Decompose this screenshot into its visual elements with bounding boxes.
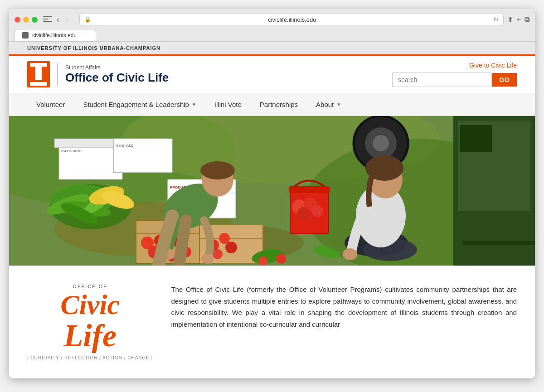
nav-item-volunteer[interactable]: Volunteer bbox=[27, 93, 74, 116]
university-name: UNIVERSITY OF ILLINOIS URBANA-CHAMPAIGN bbox=[27, 45, 160, 51]
logo-tagline: | CURIOSITY / REFLECTION / ACTION / CHAN… bbox=[27, 355, 153, 360]
give-to-civic-life-link[interactable]: Give to Civic Life bbox=[469, 62, 517, 69]
nav-item-illini-vote[interactable]: Illini Vote bbox=[205, 93, 251, 116]
svg-rect-13 bbox=[460, 125, 492, 152]
site-title: Office of Civic Life bbox=[65, 71, 169, 85]
traffic-lights bbox=[15, 17, 38, 23]
svg-point-55 bbox=[311, 205, 323, 217]
content-section: OFFICE OF Civic Life | CURIOSITY / REFLE… bbox=[9, 266, 535, 378]
svg-point-66 bbox=[343, 248, 357, 260]
svg-point-49 bbox=[213, 249, 223, 259]
main-body-text: The Office of Civic Life (formerly the O… bbox=[171, 284, 517, 330]
header-divider bbox=[57, 63, 58, 86]
svg-point-68 bbox=[258, 256, 267, 266]
website-content: UNIVERSITY OF ILLINOIS URBANA-CHAMPAIGN … bbox=[9, 42, 535, 378]
new-tab-button[interactable]: + bbox=[517, 15, 521, 24]
main-navigation: Volunteer Student Engagement & Leadershi… bbox=[9, 93, 535, 116]
svg-point-60 bbox=[201, 254, 214, 264]
minimize-button[interactable] bbox=[23, 17, 29, 23]
civic-life-logo: OFFICE OF Civic Life | CURIOSITY / REFLE… bbox=[27, 284, 153, 360]
forward-button[interactable]: › bbox=[64, 15, 70, 24]
tab-favicon bbox=[22, 32, 29, 39]
tabs-button[interactable]: ⧉ bbox=[525, 15, 529, 24]
student-affairs-label: Student Affairs bbox=[65, 64, 169, 71]
nav-item-student-engagement[interactable]: Student Engagement & Leadership ▼ bbox=[74, 93, 205, 116]
nav-item-partnerships[interactable]: Partnerships bbox=[251, 93, 307, 116]
svg-text:R-O BRAND: R-O BRAND bbox=[61, 149, 82, 153]
address-bar-container: 🔒 ↻ bbox=[79, 14, 504, 25]
chevron-down-icon: ▼ bbox=[192, 102, 196, 107]
svg-rect-3 bbox=[30, 82, 47, 86]
svg-point-69 bbox=[276, 254, 286, 264]
svg-point-47 bbox=[219, 233, 230, 244]
nav-item-about[interactable]: About ▼ bbox=[307, 93, 350, 116]
logo-civic-text: Civic bbox=[60, 289, 120, 320]
civic-life-text-logo: Civic Life bbox=[60, 289, 120, 352]
search-button[interactable]: GO bbox=[492, 73, 517, 87]
logo-office-of-label: OFFICE OF bbox=[73, 284, 107, 289]
sidebar-toggle-button[interactable] bbox=[43, 16, 52, 23]
search-input[interactable] bbox=[392, 73, 492, 87]
browser-titlebar: ‹ › 🔒 ↻ ⬆ + ⧉ bbox=[15, 14, 529, 25]
active-tab[interactable]: civiclife.illinois.edu bbox=[15, 29, 96, 41]
browser-tabs: civiclife.illinois.edu bbox=[15, 29, 529, 41]
svg-rect-2 bbox=[35, 67, 42, 80]
header-logo-area: Student Affairs Office of Civic Life bbox=[27, 61, 169, 87]
hero-image: R-O BRAND R-O BRAND PRODUCE BOX bbox=[9, 116, 535, 266]
svg-text:R-O BRAND: R-O BRAND bbox=[116, 144, 133, 147]
site-header: Student Affairs Office of Civic Life Giv… bbox=[9, 56, 535, 93]
svg-point-48 bbox=[225, 242, 237, 253]
back-button[interactable]: ‹ bbox=[55, 15, 61, 24]
browser-controls: ‹ › bbox=[43, 15, 70, 24]
share-button[interactable]: ⬆ bbox=[507, 15, 513, 24]
site-title-area: Student Affairs Office of Civic Life bbox=[65, 64, 169, 85]
svg-rect-1 bbox=[30, 63, 47, 67]
svg-point-54 bbox=[297, 207, 310, 220]
svg-rect-18 bbox=[59, 143, 122, 179]
tab-label: civiclife.illinois.edu bbox=[32, 32, 77, 39]
browser-actions: ⬆ + ⧉ bbox=[507, 15, 529, 24]
lock-icon: 🔒 bbox=[84, 16, 91, 23]
address-bar-input[interactable] bbox=[94, 16, 491, 23]
svg-rect-20 bbox=[54, 139, 120, 148]
header-right: Give to Civic Life GO bbox=[392, 62, 517, 87]
uiuc-logo-svg bbox=[27, 61, 50, 87]
university-top-bar: UNIVERSITY OF ILLINOIS URBANA-CHAMPAIGN bbox=[9, 42, 535, 56]
close-button[interactable] bbox=[15, 17, 20, 23]
chevron-down-icon-about: ▼ bbox=[336, 102, 341, 107]
svg-point-17 bbox=[373, 135, 389, 151]
browser-window: ‹ › 🔒 ↻ ⬆ + ⧉ civiclife.illinois.edu bbox=[9, 9, 535, 378]
reload-button[interactable]: ↻ bbox=[493, 16, 499, 23]
search-area: GO bbox=[392, 73, 517, 87]
fullscreen-button[interactable] bbox=[32, 17, 38, 23]
svg-rect-51 bbox=[289, 186, 330, 193]
hero-scene-svg: R-O BRAND R-O BRAND PRODUCE BOX bbox=[9, 116, 535, 266]
logo-life-text: Life bbox=[60, 320, 120, 352]
svg-point-58 bbox=[200, 161, 235, 179]
browser-chrome: ‹ › 🔒 ↻ ⬆ + ⧉ civiclife.illinois.edu bbox=[9, 9, 535, 42]
